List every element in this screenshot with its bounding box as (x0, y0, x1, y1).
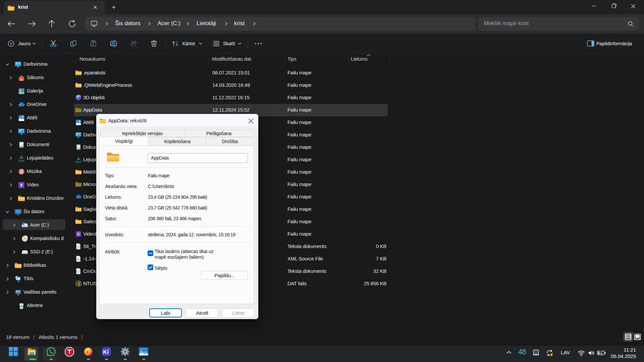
svg-text:Ki: Ki (103, 349, 109, 355)
